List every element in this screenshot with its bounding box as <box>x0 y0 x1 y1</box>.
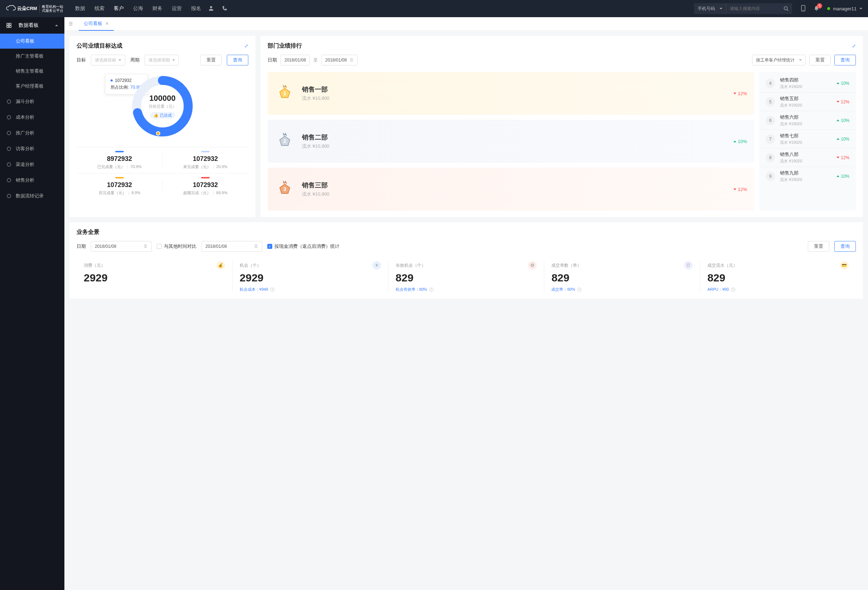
rank-row: 5销售五部流水 ¥1902012% <box>759 92 856 111</box>
stat-type-select[interactable]: 按工单客户经理统计 <box>752 55 806 65</box>
help-icon[interactable]: ? <box>430 287 434 292</box>
svg-marker-25 <box>283 181 287 184</box>
sidebar-group-dashboard[interactable]: 数据看板 <box>0 17 64 34</box>
nav-item-3[interactable]: 公海 <box>133 5 143 12</box>
goal-achievement-card: 公司业绩目标达成 ⤢ 目标 请选择目标 周期 请选择周期 重置 查询 <box>69 36 255 217</box>
date-label: 日期 <box>77 243 86 250</box>
nav-item-0[interactable]: 数据 <box>75 5 85 12</box>
device-icon[interactable] <box>801 5 806 13</box>
goal-stat-cell: 8972932已完成量（元）|70.9% <box>77 147 162 173</box>
sidebar-item-filter[interactable]: 漏斗分析 <box>0 94 64 109</box>
compare-checkbox[interactable]: 与其他时间对比 <box>157 243 196 250</box>
rank-card-bronze: 3销售三部流水 ¥10,90012% <box>268 168 754 210</box>
visitor-icon <box>6 146 12 151</box>
svg-point-16 <box>7 194 11 198</box>
date-label: 日期 <box>268 57 277 63</box>
brand-name: 云朵CRM <box>17 5 37 12</box>
sidebar-sub-1[interactable]: 推广主管看板 <box>0 49 64 64</box>
sales-icon <box>6 178 12 183</box>
date-from-input[interactable]: 2018/01/08 <box>280 55 310 65</box>
goal-stat-cell: 1072932未完成量（元）|20.9% <box>162 147 248 173</box>
period-select[interactable]: 请选择周期 <box>145 55 179 65</box>
help-icon[interactable]: ? <box>577 287 582 292</box>
sidebar-item-promo[interactable]: 推广分析 <box>0 125 64 141</box>
sidebar-item-sales[interactable]: 销售分析 <box>0 172 64 188</box>
query-button[interactable]: 查询 <box>834 241 856 252</box>
svg-rect-8 <box>7 26 9 28</box>
main-area: ☰ 公司看板✕ 公司业绩目标达成 ⤢ 目标 请选择目标 周期 请选择周期 <box>64 17 868 590</box>
close-icon[interactable]: ✕ <box>105 21 109 26</box>
kpi-cell: 有效机会（个）✪829机会有效率：80%? <box>388 261 544 292</box>
kpi-cell: 消费（元）💰2929 <box>77 261 232 292</box>
collapse-sidebar-icon[interactable]: ☰ <box>69 21 73 26</box>
kpi-cell: 成交单数（单）🗒829成交率：80%? <box>544 261 700 292</box>
svg-line-2 <box>787 10 788 11</box>
svg-marker-22 <box>283 132 287 136</box>
search-button[interactable] <box>780 3 792 14</box>
reset-button[interactable]: 重置 <box>200 55 222 65</box>
nav-item-1[interactable]: 线索 <box>94 5 105 12</box>
search-type-select[interactable]: 手机号码 <box>694 3 726 14</box>
expand-icon[interactable]: ⤢ <box>852 43 856 49</box>
help-icon[interactable]: ? <box>270 287 275 292</box>
notification-badge: 5 <box>817 3 822 9</box>
rank-card-gold: 1销售一部流水 ¥10,90012% <box>268 72 754 115</box>
kpi-icon: 💳 <box>840 261 849 269</box>
sidebar-sub-3[interactable]: 客户经理看板 <box>0 79 64 94</box>
help-icon[interactable]: ? <box>731 287 735 292</box>
card-title: 部门业绩排行 <box>268 42 302 50</box>
query-button[interactable]: 查询 <box>227 55 248 65</box>
flow-icon <box>6 193 12 199</box>
sidebar-item-cost[interactable]: 成本分析 <box>0 109 64 125</box>
svg-text:1: 1 <box>283 90 286 96</box>
filter-icon <box>6 99 12 104</box>
search-area: 手机号码 <box>694 3 792 14</box>
nav-item-4[interactable]: 财务 <box>152 5 162 12</box>
nav-item-6[interactable]: 报名 <box>191 5 201 12</box>
search-input[interactable] <box>726 6 780 11</box>
sidebar-item-channel[interactable]: 渠道分析 <box>0 157 64 172</box>
kpi-icon: 🗒 <box>684 261 693 269</box>
expand-icon[interactable]: ⤢ <box>244 43 248 49</box>
svg-point-1 <box>784 7 787 10</box>
goal-stat-cell: 1072932超额完成（元）|89.9% <box>162 173 248 199</box>
reset-button[interactable]: 重置 <box>808 241 830 252</box>
reset-button[interactable]: 重置 <box>809 55 831 65</box>
rank-row: 8销售八部流水 ¥1902012% <box>759 148 856 167</box>
date-input-1[interactable]: 2018/01/08🗓 <box>91 241 152 252</box>
brand-logo: 云朵CRM 教育机构一站式服务云平台 <box>6 4 64 13</box>
sidebar-item-flow[interactable]: 数据流转记录 <box>0 188 64 204</box>
date-input-2[interactable]: 2018/01/08🗓 <box>201 241 262 252</box>
tab-company-board[interactable]: 公司看板✕ <box>79 17 114 31</box>
cost-icon <box>6 115 12 120</box>
sidebar-item-visitor[interactable]: 访客分析 <box>0 141 64 157</box>
query-button[interactable]: 查询 <box>834 55 856 65</box>
kpi-icon: ✈ <box>372 261 381 269</box>
business-overview-card: 业务全景 日期 2018/01/08🗓 与其他时间对比 2018/01/08🗓 … <box>69 222 863 299</box>
svg-point-11 <box>7 115 11 119</box>
tabs-bar: ☰ 公司看板✕ <box>64 17 868 31</box>
kpi-icon: 💰 <box>217 261 225 269</box>
kpi-cell: 机会（个）✈2929机会成本：¥948? <box>232 261 388 292</box>
svg-point-14 <box>7 163 11 166</box>
svg-text:3: 3 <box>283 186 286 192</box>
card-title: 业务全景 <box>77 228 99 236</box>
medal-bronze-icon: 3 <box>275 179 295 199</box>
sidebar-sub-0[interactable]: 公司看板 <box>0 34 64 49</box>
user-icon[interactable] <box>208 5 214 12</box>
phone-icon[interactable] <box>222 5 227 12</box>
sidebar-sub-2[interactable]: 销售主管看板 <box>0 64 64 79</box>
cash-stat-checkbox[interactable]: 按现金消费（返点后消费）统计 <box>267 243 340 250</box>
rank-row: 6销售六部流水 ¥1902010% <box>759 111 856 129</box>
nav-item-5[interactable]: 运营 <box>172 5 182 12</box>
notification-icon[interactable]: 5 <box>813 5 819 12</box>
svg-rect-7 <box>9 23 11 25</box>
nav-item-2[interactable]: 客户 <box>114 5 124 12</box>
svg-point-10 <box>7 100 11 103</box>
top-nav: 云朵CRM 教育机构一站式服务云平台 数据线索客户公海财务运营报名 手机号码 5… <box>0 0 868 17</box>
date-to-input[interactable]: 2018/01/08🗓 <box>321 55 358 65</box>
svg-point-12 <box>7 131 11 135</box>
rank-row: 4销售四部流水 ¥1902010% <box>759 74 856 92</box>
goal-select[interactable]: 请选择目标 <box>91 55 125 65</box>
user-menu[interactable]: manager11 <box>827 6 862 12</box>
